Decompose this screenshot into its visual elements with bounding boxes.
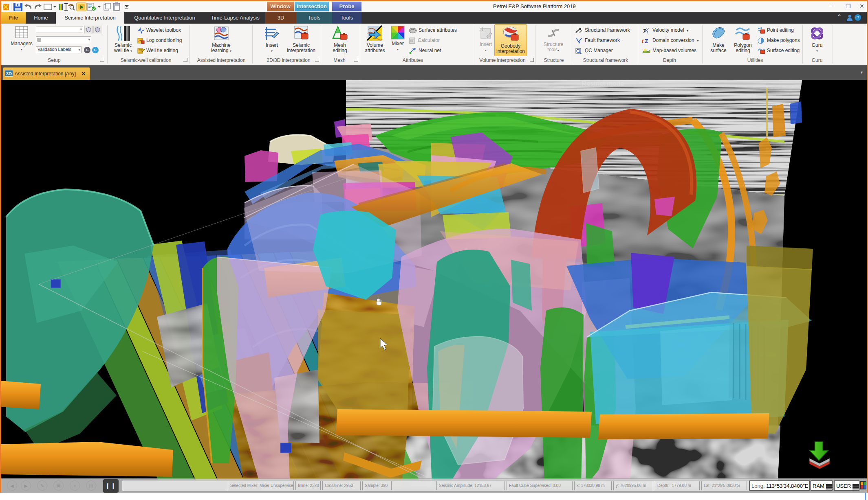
svg-text:𝒱: 𝒱 — [642, 27, 649, 34]
svg-text:Z: Z — [645, 38, 648, 44]
svg-text:t: t — [642, 38, 644, 44]
svg-text:Restrict mode: Restrict mode — [582, 80, 624, 88]
svg-text:t: t — [647, 30, 648, 34]
